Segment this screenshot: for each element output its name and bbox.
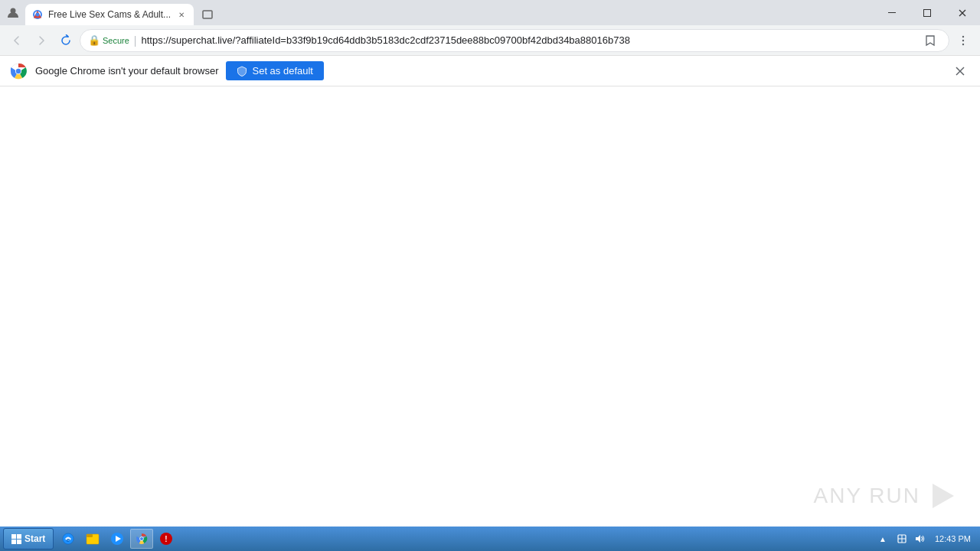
tab-title: Free Live Sex Cams & Adult... — [48, 9, 171, 20]
system-clock[interactable]: 12:43 PM — [932, 533, 974, 544]
reload-button[interactable] — [55, 30, 77, 51]
svg-point-11 — [962, 39, 964, 41]
svg-rect-22 — [17, 540, 21, 544]
taskbar-ie-icon[interactable]: e — [57, 529, 80, 549]
secure-badge[interactable]: 🔒 Secure — [88, 34, 129, 46]
tray-notification-icon[interactable] — [894, 530, 910, 547]
title-bar: Free Live Sex Cams & Adult... ✕ — [0, 0, 980, 25]
watermark: ANY RUN — [813, 481, 957, 511]
start-button[interactable]: Start — [3, 528, 54, 549]
active-tab[interactable]: Free Live Sex Cams & Adult... ✕ — [25, 4, 194, 25]
close-icon — [956, 67, 965, 76]
svg-point-10 — [962, 35, 964, 37]
bookmark-button[interactable] — [920, 30, 941, 51]
chrome-menu-button[interactable] — [952, 30, 974, 51]
url-text: https://superchat.live/?affiliateId=b33f… — [142, 34, 916, 46]
set-default-button[interactable]: Set as default — [226, 61, 324, 80]
minimize-button[interactable] — [874, 0, 910, 25]
back-button[interactable] — [6, 30, 28, 51]
svg-point-12 — [962, 43, 964, 44]
tray-icons — [894, 530, 927, 547]
show-hidden-icons-button[interactable]: ▲ — [876, 530, 890, 547]
restore-button[interactable] — [910, 0, 945, 25]
notification-bar: Google Chrome isn't your default browser… — [0, 56, 980, 86]
set-default-label: Set as default — [252, 65, 313, 77]
svg-rect-20 — [17, 534, 21, 539]
svg-marker-36 — [916, 535, 920, 543]
window-controls — [874, 0, 980, 25]
lock-icon: 🔒 — [88, 34, 100, 46]
taskbar-items: e — [57, 529, 876, 549]
taskbar-chrome-item[interactable] — [130, 529, 153, 549]
svg-point-3 — [36, 13, 40, 17]
windows-flag-icon — [11, 534, 21, 544]
start-label: Start — [24, 533, 45, 544]
svg-text:e: e — [67, 536, 70, 543]
new-tab-button[interactable] — [197, 4, 218, 25]
chrome-logo-icon — [9, 62, 28, 80]
shield-icon — [237, 66, 247, 77]
notification-message: Google Chrome isn't your default browser — [35, 65, 218, 77]
taskbar-explorer-icon[interactable] — [81, 529, 104, 549]
taskbar-stop-icon[interactable]: ! — [155, 529, 178, 549]
svg-rect-4 — [203, 11, 212, 18]
svg-point-15 — [16, 68, 21, 73]
clock-time: 12:43 PM — [935, 533, 971, 544]
url-separator: | — [134, 34, 137, 47]
svg-point-30 — [140, 537, 143, 540]
svg-rect-19 — [11, 534, 16, 539]
svg-rect-26 — [87, 534, 93, 537]
notification-close-button[interactable] — [949, 60, 971, 82]
taskbar: Start e — [0, 527, 980, 551]
svg-marker-18 — [933, 484, 954, 508]
tab-close-button[interactable]: ✕ — [175, 8, 188, 21]
address-bar[interactable]: 🔒 Secure | https://superchat.live/?affil… — [80, 29, 949, 52]
forward-button[interactable] — [31, 30, 52, 51]
svg-rect-21 — [11, 540, 16, 544]
tab-strip: Free Live Sex Cams & Adult... ✕ — [25, 0, 874, 25]
tray-volume-icon[interactable] — [912, 530, 927, 547]
close-button[interactable] — [945, 0, 980, 25]
taskbar-media-icon[interactable] — [106, 529, 129, 549]
svg-rect-6 — [924, 9, 931, 16]
main-content: ANY RUN — [0, 86, 980, 527]
nav-bar: 🔒 Secure | https://superchat.live/?affil… — [0, 25, 980, 56]
svg-rect-5 — [888, 12, 896, 13]
chrome-favicon-icon — [31, 8, 44, 21]
bottom-area: Establishing secure connection... Start … — [0, 536, 980, 551]
secure-label: Secure — [103, 36, 129, 45]
watermark-text: ANY RUN — [813, 484, 920, 508]
watermark-play-icon — [926, 481, 957, 511]
system-tray: ▲ — [876, 530, 977, 547]
svg-text:!: ! — [165, 535, 168, 543]
profile-button[interactable] — [0, 0, 25, 25]
